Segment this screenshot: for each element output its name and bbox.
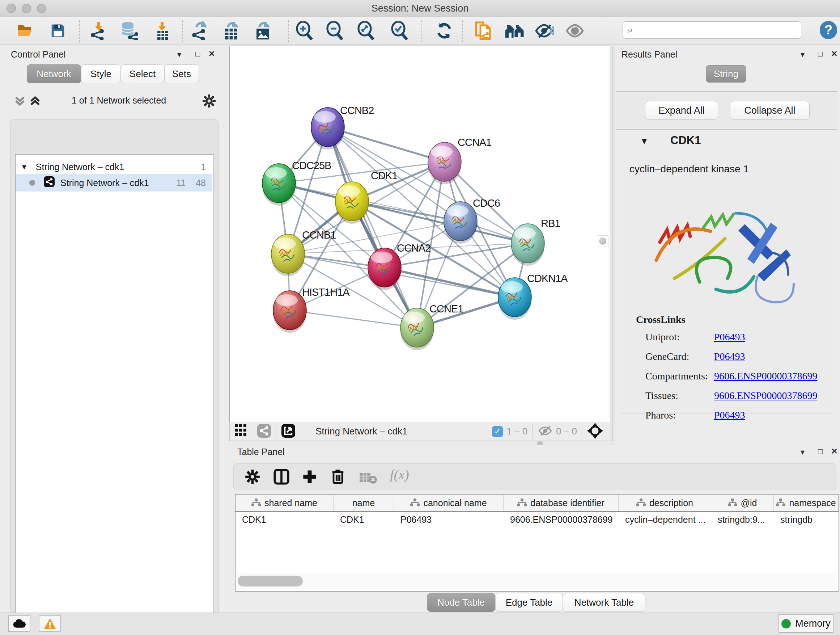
expand-all-icon[interactable] [29,95,41,109]
network-edge[interactable] [385,268,515,297]
collapse-section-icon[interactable]: ▼ [640,136,649,146]
zoom-fit-icon[interactable] [356,20,376,41]
hidden-items-eye-icon[interactable] [538,425,553,438]
add-column-icon[interactable] [302,469,317,486]
table-cell[interactable]: CDK1 [333,512,394,527]
close-panel-icon[interactable]: ✕ [831,448,837,455]
network-edge[interactable] [290,310,417,328]
crosslink-link[interactable]: 9606.ENSP00000378699 [714,390,817,401]
network-node-HIST1H1A[interactable]: HIST1H1A [273,287,350,333]
table-settings-gear-icon[interactable] [245,469,261,486]
export-image-icon[interactable] [253,20,273,41]
close-panel-icon[interactable]: ✕ [208,50,215,58]
network-graph[interactable]: CCNB2CCNA1CDC25BCDK1CDC6RB1CCNB1CCNA2CDK… [230,46,609,422]
table-cell[interactable]: P06493 [394,512,504,527]
save-session-icon[interactable] [48,20,68,41]
table-cell[interactable]: 9606.ENSP00000378699 [504,512,619,527]
show-columns-icon[interactable] [273,469,289,486]
splitter-handle[interactable] [597,235,608,247]
column-header-description[interactable]: description [619,494,711,511]
tab-edge-table[interactable]: Edge Table [495,593,563,612]
network-node-CCNE1[interactable]: CCNE1 [401,303,463,350]
pan-crosshair-icon[interactable] [587,423,603,440]
search-input[interactable] [636,25,789,35]
network-edge[interactable] [328,127,445,162]
vertical-splitter[interactable] [609,46,615,441]
delete-table-icon[interactable] [360,472,377,486]
help-icon[interactable]: ? [820,21,837,39]
tab-sets[interactable]: Sets [164,65,199,83]
export-table-icon[interactable] [221,20,242,41]
close-panel-icon[interactable]: ✕ [831,50,837,58]
node-table[interactable]: shared namenamecanonical namedatabase id… [235,494,839,592]
tab-style[interactable]: Style [81,65,121,83]
export-network-icon[interactable] [190,20,210,41]
node-label: HIST1H1A [302,287,350,298]
refresh-icon[interactable] [434,20,454,41]
copy-style-icon[interactable] [474,20,494,41]
warning-button[interactable] [39,616,61,632]
tab-node-table[interactable]: Node Table [427,593,495,612]
column-header-namespace[interactable]: namespace [774,494,838,511]
network-node-CCNB2[interactable]: CCNB2 [311,105,374,149]
network-canvas[interactable]: CCNB2CCNA1CDC25BCDK1CDC6RB1CCNB1CCNA2CDK… [229,46,610,422]
column-header-database-identifier[interactable]: database identifier [504,494,619,511]
tab-string[interactable]: String [706,65,746,82]
memory-button[interactable]: Memory [778,614,834,633]
open-in-window-icon[interactable] [281,424,295,439]
table-horizontal-scrollbar[interactable] [235,573,837,589]
crosslink-link[interactable]: 9606.ENSP00000378699 [714,371,817,382]
float-panel-icon[interactable]: ▾ [801,51,805,59]
table-cell[interactable]: cyclin–dependent ... [619,512,711,527]
tab-select[interactable]: Select [121,65,164,83]
network-node-CCNB1[interactable]: CCNB1 [271,229,336,276]
search-field[interactable]: ⌕ [622,21,801,39]
gear-icon[interactable] [202,94,216,110]
float-panel-icon[interactable]: ▾ [801,448,805,456]
network-collection-row[interactable]: ▼ String Network – cdk1 1 [16,160,212,174]
network-node-CDKN1A[interactable]: CDKN1A [498,272,568,320]
tab-network[interactable]: Network [27,65,81,83]
import-table-icon[interactable] [152,20,172,41]
column-header-@id[interactable]: @id [711,494,774,511]
maximize-panel-icon[interactable]: □ [818,50,823,58]
column-header-name[interactable]: name [333,494,394,511]
cloud-status-button[interactable] [8,616,30,632]
network-overview-icon[interactable] [257,424,271,439]
column-header-canonical-name[interactable]: canonical name [394,494,504,511]
table-cell[interactable]: stringdb:9... [711,512,774,527]
maximize-panel-icon[interactable]: □ [195,50,200,58]
table-row[interactable]: CDK1CDK1P064939606.ENSP00000378699cyclin… [235,512,838,527]
import-database-icon[interactable] [119,20,139,41]
open-file-icon[interactable] [15,20,35,41]
collapse-all-button[interactable]: Collapse All [730,101,810,120]
zoom-in-icon[interactable] [294,20,315,41]
maximize-panel-icon[interactable]: □ [818,448,823,455]
zoom-out-icon[interactable] [325,20,345,41]
function-builder-icon[interactable]: f(x) [390,467,409,483]
network-node-CDC6[interactable]: CDC6 [444,197,500,244]
scrollbar-thumb[interactable] [238,576,303,586]
column-header-shared-name[interactable]: shared name [235,494,333,511]
show-all-networks-icon[interactable] [505,20,525,41]
network-node-CDC25B[interactable]: CDC25B [262,160,331,206]
hide-graphics-icon[interactable] [534,20,554,41]
disclosure-triangle-icon[interactable]: ▼ [21,163,28,171]
zoom-selected-icon[interactable] [390,20,410,41]
birds-eye-view-icon[interactable] [235,424,248,439]
expand-all-button[interactable]: Expand All [645,101,718,120]
show-graphics-icon[interactable] [565,20,585,41]
collapse-all-icon[interactable] [14,95,26,109]
import-network-icon[interactable] [88,20,109,41]
delete-column-trash-icon[interactable] [330,468,346,487]
selected-items-checkbox-icon[interactable]: ✓ [492,426,503,437]
table-cell[interactable]: stringdb [774,512,838,527]
table-cell[interactable]: CDK1 [235,512,333,527]
crosslink-link[interactable]: P06493 [714,409,745,421]
crosslink-link[interactable]: P06493 [714,351,745,362]
crosslink-link[interactable]: P06493 [714,331,745,342]
network-row-selected[interactable]: String Network – cdk1 11 48 [16,174,212,192]
float-panel-icon[interactable]: ▾ [177,51,181,59]
network-node-RB1[interactable]: RB1 [511,218,560,266]
tab-network-table[interactable]: Network Table [563,593,645,612]
